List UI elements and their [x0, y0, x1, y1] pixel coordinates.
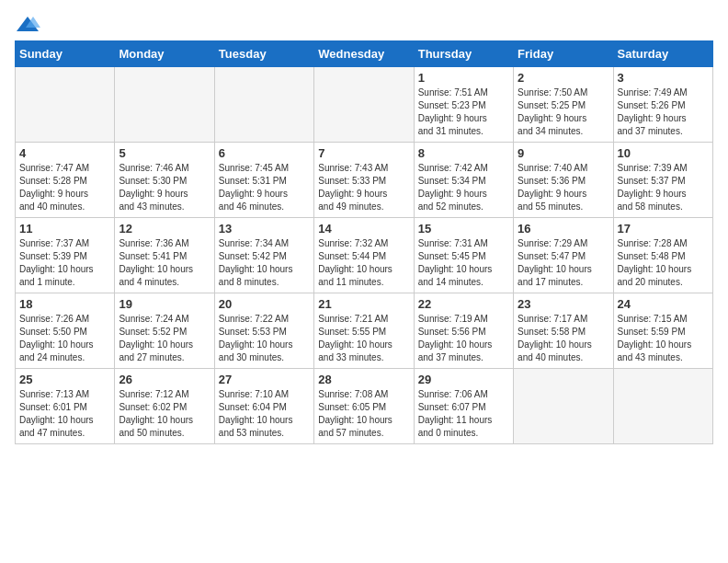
- day-number: 18: [19, 297, 110, 311]
- day-info: Sunrise: 7:47 AM Sunset: 5:28 PM Dayligh…: [19, 162, 110, 213]
- day-number: 22: [418, 297, 509, 311]
- calendar-cell: 10Sunrise: 7:39 AM Sunset: 5:37 PM Dayli…: [613, 143, 712, 218]
- day-number: 15: [418, 222, 509, 236]
- calendar-cell: 29Sunrise: 7:06 AM Sunset: 6:07 PM Dayli…: [414, 369, 513, 444]
- day-info: Sunrise: 7:50 AM Sunset: 5:25 PM Dayligh…: [518, 86, 609, 138]
- day-number: 5: [119, 146, 210, 160]
- weekday-header-friday: Friday: [514, 41, 613, 67]
- day-info: Sunrise: 7:08 AM Sunset: 6:05 PM Dayligh…: [318, 388, 409, 440]
- day-number: 24: [618, 297, 709, 311]
- day-info: Sunrise: 7:22 AM Sunset: 5:53 PM Dayligh…: [219, 313, 310, 364]
- day-info: Sunrise: 7:37 AM Sunset: 5:39 PM Dayligh…: [19, 237, 110, 289]
- weekday-header-sunday: Sunday: [16, 41, 115, 67]
- calendar-cell: 25Sunrise: 7:13 AM Sunset: 6:01 PM Dayli…: [16, 369, 115, 444]
- calendar-cell: 26Sunrise: 7:12 AM Sunset: 6:02 PM Dayli…: [115, 369, 214, 444]
- day-info: Sunrise: 7:15 AM Sunset: 5:59 PM Dayligh…: [618, 313, 709, 364]
- calendar-cell: 6Sunrise: 7:45 AM Sunset: 5:31 PM Daylig…: [214, 143, 313, 218]
- calendar-cell: 12Sunrise: 7:36 AM Sunset: 5:41 PM Dayli…: [115, 218, 214, 293]
- day-number: 8: [418, 146, 509, 160]
- day-info: Sunrise: 7:26 AM Sunset: 5:50 PM Dayligh…: [19, 313, 110, 364]
- header: [15, 15, 713, 33]
- calendar-cell: 18Sunrise: 7:26 AM Sunset: 5:50 PM Dayli…: [16, 293, 115, 369]
- calendar-cell: [115, 67, 214, 143]
- day-number: 13: [219, 222, 310, 236]
- day-number: 1: [418, 71, 509, 85]
- calendar-cell: 20Sunrise: 7:22 AM Sunset: 5:53 PM Dayli…: [214, 293, 313, 369]
- calendar-cell: 16Sunrise: 7:29 AM Sunset: 5:47 PM Dayli…: [514, 218, 613, 293]
- calendar-cell: [16, 67, 115, 143]
- day-number: 9: [518, 146, 609, 160]
- week-row-4: 18Sunrise: 7:26 AM Sunset: 5:50 PM Dayli…: [16, 293, 713, 369]
- logo-icon: [15, 15, 40, 33]
- day-info: Sunrise: 7:21 AM Sunset: 5:55 PM Dayligh…: [318, 313, 409, 364]
- day-info: Sunrise: 7:51 AM Sunset: 5:23 PM Dayligh…: [418, 86, 509, 138]
- calendar-cell: 17Sunrise: 7:28 AM Sunset: 5:48 PM Dayli…: [613, 218, 712, 293]
- day-info: Sunrise: 7:28 AM Sunset: 5:48 PM Dayligh…: [618, 237, 709, 289]
- calendar-table: SundayMondayTuesdayWednesdayThursdayFrid…: [15, 40, 713, 444]
- calendar-cell: [514, 369, 613, 444]
- day-number: 17: [618, 222, 709, 236]
- day-info: Sunrise: 7:36 AM Sunset: 5:41 PM Dayligh…: [119, 237, 210, 289]
- day-info: Sunrise: 7:49 AM Sunset: 5:26 PM Dayligh…: [618, 86, 709, 138]
- calendar-cell: 23Sunrise: 7:17 AM Sunset: 5:58 PM Dayli…: [514, 293, 613, 369]
- calendar-cell: 11Sunrise: 7:37 AM Sunset: 5:39 PM Dayli…: [16, 218, 115, 293]
- day-number: 10: [618, 146, 709, 160]
- week-row-5: 25Sunrise: 7:13 AM Sunset: 6:01 PM Dayli…: [16, 369, 713, 444]
- day-number: 19: [119, 297, 210, 311]
- day-info: Sunrise: 7:17 AM Sunset: 5:58 PM Dayligh…: [518, 313, 609, 364]
- calendar-cell: 4Sunrise: 7:47 AM Sunset: 5:28 PM Daylig…: [16, 143, 115, 218]
- day-info: Sunrise: 7:45 AM Sunset: 5:31 PM Dayligh…: [219, 162, 310, 213]
- day-number: 16: [518, 222, 609, 236]
- weekday-header-tuesday: Tuesday: [214, 41, 313, 67]
- day-number: 4: [19, 146, 110, 160]
- day-number: 14: [318, 222, 409, 236]
- day-number: 20: [219, 297, 310, 311]
- calendar-cell: 24Sunrise: 7:15 AM Sunset: 5:59 PM Dayli…: [613, 293, 712, 369]
- day-number: 11: [19, 222, 110, 236]
- day-number: 12: [119, 222, 210, 236]
- day-info: Sunrise: 7:13 AM Sunset: 6:01 PM Dayligh…: [19, 388, 110, 440]
- day-info: Sunrise: 7:43 AM Sunset: 5:33 PM Dayligh…: [318, 162, 409, 213]
- calendar-cell: 5Sunrise: 7:46 AM Sunset: 5:30 PM Daylig…: [115, 143, 214, 218]
- calendar-cell: [214, 67, 313, 143]
- calendar-cell: 14Sunrise: 7:32 AM Sunset: 5:44 PM Dayli…: [314, 218, 414, 293]
- day-info: Sunrise: 7:24 AM Sunset: 5:52 PM Dayligh…: [119, 313, 210, 364]
- calendar-cell: 22Sunrise: 7:19 AM Sunset: 5:56 PM Dayli…: [414, 293, 513, 369]
- day-number: 26: [119, 373, 210, 386]
- day-info: Sunrise: 7:46 AM Sunset: 5:30 PM Dayligh…: [119, 162, 210, 213]
- calendar-cell: [613, 369, 712, 444]
- day-number: 3: [618, 71, 709, 85]
- calendar-cell: [314, 67, 414, 143]
- week-row-2: 4Sunrise: 7:47 AM Sunset: 5:28 PM Daylig…: [16, 143, 713, 218]
- day-info: Sunrise: 7:34 AM Sunset: 5:42 PM Dayligh…: [219, 237, 310, 289]
- weekday-header-monday: Monday: [115, 41, 214, 67]
- weekday-header-row: SundayMondayTuesdayWednesdayThursdayFrid…: [16, 41, 713, 67]
- week-row-1: 1Sunrise: 7:51 AM Sunset: 5:23 PM Daylig…: [16, 67, 713, 143]
- calendar-cell: 8Sunrise: 7:42 AM Sunset: 5:34 PM Daylig…: [414, 143, 513, 218]
- calendar-cell: 9Sunrise: 7:40 AM Sunset: 5:36 PM Daylig…: [514, 143, 613, 218]
- day-number: 29: [418, 373, 509, 386]
- day-info: Sunrise: 7:10 AM Sunset: 6:04 PM Dayligh…: [219, 388, 310, 440]
- day-number: 25: [19, 373, 110, 386]
- weekday-header-wednesday: Wednesday: [314, 41, 414, 67]
- day-number: 28: [318, 373, 409, 386]
- day-info: Sunrise: 7:06 AM Sunset: 6:07 PM Dayligh…: [418, 388, 509, 440]
- calendar-cell: 13Sunrise: 7:34 AM Sunset: 5:42 PM Dayli…: [214, 218, 313, 293]
- calendar-cell: 2Sunrise: 7:50 AM Sunset: 5:25 PM Daylig…: [514, 67, 613, 143]
- day-info: Sunrise: 7:29 AM Sunset: 5:47 PM Dayligh…: [518, 237, 609, 289]
- calendar-cell: 3Sunrise: 7:49 AM Sunset: 5:26 PM Daylig…: [613, 67, 712, 143]
- calendar-cell: 28Sunrise: 7:08 AM Sunset: 6:05 PM Dayli…: [314, 369, 414, 444]
- calendar-cell: 1Sunrise: 7:51 AM Sunset: 5:23 PM Daylig…: [414, 67, 513, 143]
- week-row-3: 11Sunrise: 7:37 AM Sunset: 5:39 PM Dayli…: [16, 218, 713, 293]
- day-info: Sunrise: 7:32 AM Sunset: 5:44 PM Dayligh…: [318, 237, 409, 289]
- calendar-cell: 21Sunrise: 7:21 AM Sunset: 5:55 PM Dayli…: [314, 293, 414, 369]
- weekday-header-saturday: Saturday: [613, 41, 712, 67]
- day-info: Sunrise: 7:31 AM Sunset: 5:45 PM Dayligh…: [418, 237, 509, 289]
- calendar-cell: 15Sunrise: 7:31 AM Sunset: 5:45 PM Dayli…: [414, 218, 513, 293]
- day-number: 6: [219, 146, 310, 160]
- day-info: Sunrise: 7:39 AM Sunset: 5:37 PM Dayligh…: [618, 162, 709, 213]
- calendar-cell: 7Sunrise: 7:43 AM Sunset: 5:33 PM Daylig…: [314, 143, 414, 218]
- day-info: Sunrise: 7:40 AM Sunset: 5:36 PM Dayligh…: [518, 162, 609, 213]
- calendar-cell: 27Sunrise: 7:10 AM Sunset: 6:04 PM Dayli…: [214, 369, 313, 444]
- day-number: 2: [518, 71, 609, 85]
